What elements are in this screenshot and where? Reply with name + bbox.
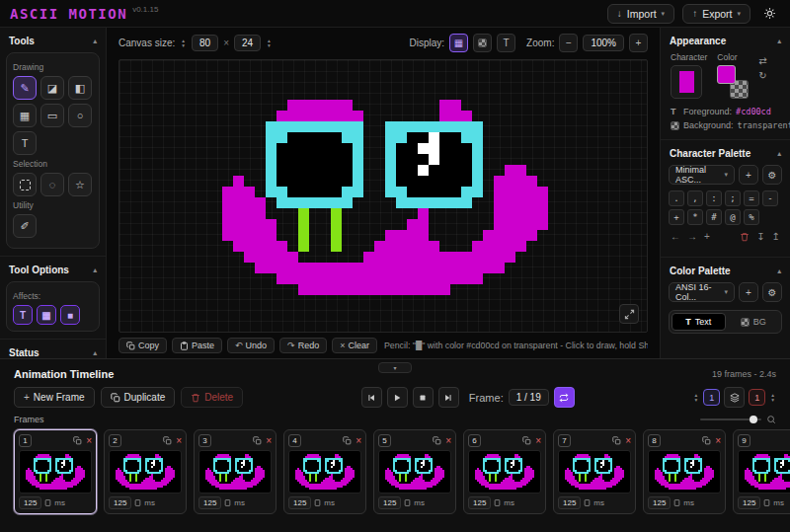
palette-char-button[interactable]: , bbox=[687, 190, 703, 206]
skip-end-button[interactable] bbox=[438, 387, 459, 408]
palette-char-button[interactable]: * bbox=[687, 209, 703, 225]
palette-char-button[interactable]: # bbox=[706, 209, 722, 225]
palette-delete-button[interactable] bbox=[740, 232, 750, 242]
frame-card[interactable]: 6×125ms bbox=[463, 429, 546, 514]
palette-next-button[interactable]: → bbox=[687, 231, 697, 242]
palette-char-button[interactable]: ; bbox=[725, 190, 741, 206]
skip-start-button[interactable] bbox=[361, 387, 382, 408]
palette-export-button[interactable]: ↧ bbox=[756, 231, 764, 242]
lasso-tool-button[interactable]: ◌ bbox=[40, 173, 64, 196]
frame-duplicate-button[interactable] bbox=[343, 436, 352, 445]
new-frame-button[interactable]: + New Frame bbox=[14, 387, 95, 408]
text-tool-button[interactable]: T bbox=[13, 131, 37, 155]
frame-delete-button[interactable]: × bbox=[176, 436, 182, 446]
zoom-in-button[interactable]: + bbox=[629, 34, 648, 52]
bg-color-tab[interactable]: BG bbox=[728, 313, 780, 331]
frame-card[interactable]: 5×125ms bbox=[373, 429, 456, 514]
frame-thumbnail[interactable] bbox=[109, 450, 182, 494]
color-palette-header[interactable]: Color Palette ▴ bbox=[661, 257, 790, 282]
onion-next-stepper[interactable]: ▴▾ bbox=[769, 393, 776, 402]
reset-colors-icon[interactable]: ↻ bbox=[758, 71, 766, 81]
affects-character-badge[interactable]: T bbox=[13, 305, 33, 325]
swap-colors-icon[interactable]: ⇄ bbox=[758, 56, 766, 66]
affects-background-badge[interactable]: ■ bbox=[60, 305, 80, 325]
palette-prev-button[interactable]: ← bbox=[671, 231, 680, 242]
pencil-tool-button[interactable]: ✎ bbox=[13, 76, 37, 100]
frame-card[interactable]: 3×125ms bbox=[194, 429, 276, 514]
timeline-collapse-button[interactable]: ▾ bbox=[378, 362, 412, 373]
palette-char-button[interactable]: + bbox=[669, 209, 684, 225]
frame-duplicate-button[interactable] bbox=[702, 436, 711, 445]
character-palette-settings-button[interactable]: ⚙ bbox=[762, 165, 782, 185]
palette-char-button[interactable]: : bbox=[706, 190, 722, 206]
text-color-tab[interactable]: T Text bbox=[672, 313, 726, 331]
palette-add-char-button[interactable]: + bbox=[704, 231, 710, 242]
frame-duplicate-button[interactable] bbox=[522, 436, 531, 445]
palette-char-button[interactable]: . bbox=[669, 190, 684, 206]
frame-size-slider[interactable] bbox=[700, 418, 761, 420]
slider-thumb[interactable] bbox=[750, 416, 757, 423]
canvas-width-input[interactable]: 80 bbox=[192, 35, 218, 51]
theme-toggle-button[interactable] bbox=[758, 3, 780, 25]
frame-duration[interactable]: 125 bbox=[558, 496, 581, 509]
frame-delete-button[interactable]: × bbox=[86, 436, 92, 446]
frame-duplicate-button[interactable] bbox=[612, 436, 621, 445]
frame-thumbnail[interactable] bbox=[648, 450, 721, 494]
frame-duration[interactable]: 125 bbox=[648, 496, 671, 509]
onion-prev-stepper[interactable]: ▴▾ bbox=[692, 393, 699, 402]
drawing-canvas[interactable] bbox=[118, 59, 648, 333]
foreground-color-well[interactable] bbox=[717, 65, 736, 84]
palette-char-button[interactable]: % bbox=[744, 209, 759, 225]
tools-panel-header[interactable]: Tools ▴ bbox=[0, 28, 106, 52]
frame-thumbnail[interactable] bbox=[198, 450, 272, 494]
delete-frame-button[interactable]: Delete bbox=[181, 387, 243, 408]
duplicate-frame-button[interactable]: Duplicate bbox=[101, 387, 176, 408]
frame-delete-button[interactable]: × bbox=[625, 436, 631, 446]
frame-delete-button[interactable]: × bbox=[356, 436, 361, 446]
character-palette-select[interactable]: Minimal ASC... ▾ bbox=[669, 165, 735, 185]
frame-duration[interactable]: 125 bbox=[468, 496, 491, 509]
character-preview[interactable] bbox=[671, 65, 702, 99]
palette-import-button[interactable]: ↥ bbox=[772, 231, 780, 242]
fullscreen-button[interactable] bbox=[619, 304, 639, 324]
frame-duration[interactable]: 125 bbox=[378, 496, 401, 509]
frame-delete-button[interactable]: × bbox=[266, 436, 272, 446]
height-stepper[interactable]: ▴▾ bbox=[266, 38, 273, 47]
play-button[interactable] bbox=[387, 387, 408, 408]
copy-button[interactable]: Copy bbox=[118, 338, 167, 353]
frame-duration[interactable]: 125 bbox=[198, 496, 221, 509]
redo-button[interactable]: ↷ Redo bbox=[279, 338, 327, 353]
frame-duplicate-button[interactable] bbox=[163, 436, 172, 445]
appearance-header[interactable]: Appearance ▴ bbox=[661, 28, 790, 52]
eyedropper-tool-button[interactable]: ✐ bbox=[13, 214, 37, 238]
pattern-tool-button[interactable]: ▦ bbox=[13, 104, 37, 127]
width-stepper[interactable]: ▴▾ bbox=[180, 38, 187, 47]
color-palette-settings-button[interactable]: ⚙ bbox=[762, 282, 782, 302]
frame-card[interactable]: 8×125ms bbox=[643, 429, 726, 514]
frame-thumbnail[interactable] bbox=[558, 450, 631, 494]
color-palette-select[interactable]: ANSI 16-Col... ▾ bbox=[669, 282, 735, 302]
select-rect-tool-button[interactable] bbox=[13, 173, 37, 196]
frame-card[interactable]: 1×125ms bbox=[14, 429, 97, 514]
color-wells[interactable] bbox=[717, 65, 749, 99]
clear-button[interactable]: × Clear bbox=[332, 338, 377, 353]
add-color-palette-button[interactable]: + bbox=[739, 282, 758, 302]
frame-card[interactable]: 4×125ms bbox=[283, 429, 366, 514]
affects-color-badge[interactable]: ▦ bbox=[37, 305, 56, 325]
frame-duration[interactable]: 125 bbox=[19, 496, 41, 509]
frame-thumbnail[interactable] bbox=[738, 450, 790, 494]
palette-char-button[interactable]: - bbox=[762, 190, 778, 206]
character-palette-header[interactable]: Character Palette ▴ bbox=[661, 139, 790, 165]
frame-duplicate-button[interactable] bbox=[253, 436, 262, 445]
zoom-out-button[interactable]: − bbox=[559, 34, 578, 52]
tool-options-header[interactable]: Tool Options ▴ bbox=[0, 256, 106, 281]
eraser-tool-button[interactable]: ◪ bbox=[40, 76, 64, 100]
frame-thumbnail[interactable] bbox=[378, 450, 451, 494]
display-grid-button[interactable]: ▦ bbox=[449, 34, 468, 52]
fill-tool-button[interactable]: ◧ bbox=[68, 76, 92, 100]
frame-delete-button[interactable]: × bbox=[535, 436, 541, 446]
export-button[interactable]: ↑ Export ▾ bbox=[682, 4, 750, 24]
display-transparency-button[interactable] bbox=[473, 34, 492, 52]
frame-card[interactable]: 7×125ms bbox=[553, 429, 636, 514]
magic-wand-tool-button[interactable]: ☆ bbox=[68, 173, 92, 196]
